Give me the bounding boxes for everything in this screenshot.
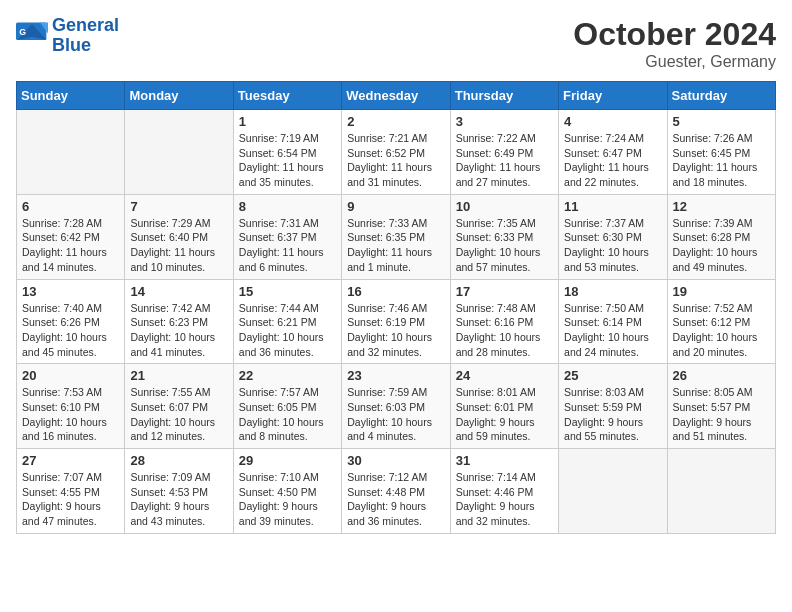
- day-info: Sunrise: 7:28 AM Sunset: 6:42 PM Dayligh…: [22, 216, 119, 275]
- svg-text:G: G: [19, 27, 26, 37]
- calendar-cell: 11Sunrise: 7:37 AM Sunset: 6:30 PM Dayli…: [559, 194, 667, 279]
- day-number: 19: [673, 284, 770, 299]
- calendar-cell: 13Sunrise: 7:40 AM Sunset: 6:26 PM Dayli…: [17, 279, 125, 364]
- day-number: 1: [239, 114, 336, 129]
- calendar-cell: 26Sunrise: 8:05 AM Sunset: 5:57 PM Dayli…: [667, 364, 775, 449]
- day-info: Sunrise: 7:40 AM Sunset: 6:26 PM Dayligh…: [22, 301, 119, 360]
- calendar-cell: 19Sunrise: 7:52 AM Sunset: 6:12 PM Dayli…: [667, 279, 775, 364]
- day-info: Sunrise: 7:26 AM Sunset: 6:45 PM Dayligh…: [673, 131, 770, 190]
- day-info: Sunrise: 7:29 AM Sunset: 6:40 PM Dayligh…: [130, 216, 227, 275]
- day-number: 26: [673, 368, 770, 383]
- logo-text: General Blue: [52, 16, 119, 56]
- day-info: Sunrise: 7:37 AM Sunset: 6:30 PM Dayligh…: [564, 216, 661, 275]
- day-info: Sunrise: 7:10 AM Sunset: 4:50 PM Dayligh…: [239, 470, 336, 529]
- calendar-cell: 18Sunrise: 7:50 AM Sunset: 6:14 PM Dayli…: [559, 279, 667, 364]
- day-number: 7: [130, 199, 227, 214]
- calendar-cell: 10Sunrise: 7:35 AM Sunset: 6:33 PM Dayli…: [450, 194, 558, 279]
- day-number: 24: [456, 368, 553, 383]
- day-number: 13: [22, 284, 119, 299]
- logo: G General Blue: [16, 16, 119, 56]
- calendar-table: SundayMondayTuesdayWednesdayThursdayFrid…: [16, 81, 776, 534]
- calendar-week-row: 27Sunrise: 7:07 AM Sunset: 4:55 PM Dayli…: [17, 449, 776, 534]
- day-number: 5: [673, 114, 770, 129]
- calendar-col-saturday: Saturday: [667, 82, 775, 110]
- calendar-cell: 27Sunrise: 7:07 AM Sunset: 4:55 PM Dayli…: [17, 449, 125, 534]
- location: Guester, Germany: [573, 53, 776, 71]
- calendar-cell: 16Sunrise: 7:46 AM Sunset: 6:19 PM Dayli…: [342, 279, 450, 364]
- calendar-cell: [125, 110, 233, 195]
- calendar-cell: [17, 110, 125, 195]
- calendar-week-row: 13Sunrise: 7:40 AM Sunset: 6:26 PM Dayli…: [17, 279, 776, 364]
- month-year: October 2024: [573, 16, 776, 53]
- day-info: Sunrise: 7:24 AM Sunset: 6:47 PM Dayligh…: [564, 131, 661, 190]
- day-number: 4: [564, 114, 661, 129]
- day-number: 31: [456, 453, 553, 468]
- calendar-cell: 5Sunrise: 7:26 AM Sunset: 6:45 PM Daylig…: [667, 110, 775, 195]
- calendar-cell: 24Sunrise: 8:01 AM Sunset: 6:01 PM Dayli…: [450, 364, 558, 449]
- calendar-cell: 2Sunrise: 7:21 AM Sunset: 6:52 PM Daylig…: [342, 110, 450, 195]
- logo-line2: Blue: [52, 35, 91, 55]
- day-number: 15: [239, 284, 336, 299]
- calendar-cell: 7Sunrise: 7:29 AM Sunset: 6:40 PM Daylig…: [125, 194, 233, 279]
- calendar-col-thursday: Thursday: [450, 82, 558, 110]
- day-number: 28: [130, 453, 227, 468]
- day-number: 14: [130, 284, 227, 299]
- calendar-cell: 15Sunrise: 7:44 AM Sunset: 6:21 PM Dayli…: [233, 279, 341, 364]
- calendar-cell: 21Sunrise: 7:55 AM Sunset: 6:07 PM Dayli…: [125, 364, 233, 449]
- day-info: Sunrise: 7:46 AM Sunset: 6:19 PM Dayligh…: [347, 301, 444, 360]
- day-number: 18: [564, 284, 661, 299]
- day-number: 25: [564, 368, 661, 383]
- calendar-cell: 20Sunrise: 7:53 AM Sunset: 6:10 PM Dayli…: [17, 364, 125, 449]
- day-number: 3: [456, 114, 553, 129]
- calendar-cell: 3Sunrise: 7:22 AM Sunset: 6:49 PM Daylig…: [450, 110, 558, 195]
- day-number: 8: [239, 199, 336, 214]
- calendar-cell: 8Sunrise: 7:31 AM Sunset: 6:37 PM Daylig…: [233, 194, 341, 279]
- day-info: Sunrise: 7:59 AM Sunset: 6:03 PM Dayligh…: [347, 385, 444, 444]
- day-number: 16: [347, 284, 444, 299]
- day-number: 22: [239, 368, 336, 383]
- calendar-week-row: 1Sunrise: 7:19 AM Sunset: 6:54 PM Daylig…: [17, 110, 776, 195]
- day-info: Sunrise: 8:01 AM Sunset: 6:01 PM Dayligh…: [456, 385, 553, 444]
- calendar-cell: 1Sunrise: 7:19 AM Sunset: 6:54 PM Daylig…: [233, 110, 341, 195]
- day-info: Sunrise: 7:55 AM Sunset: 6:07 PM Dayligh…: [130, 385, 227, 444]
- calendar-col-sunday: Sunday: [17, 82, 125, 110]
- day-number: 17: [456, 284, 553, 299]
- day-number: 30: [347, 453, 444, 468]
- title-block: October 2024 Guester, Germany: [573, 16, 776, 71]
- day-info: Sunrise: 7:31 AM Sunset: 6:37 PM Dayligh…: [239, 216, 336, 275]
- calendar-cell: 28Sunrise: 7:09 AM Sunset: 4:53 PM Dayli…: [125, 449, 233, 534]
- calendar-cell: 9Sunrise: 7:33 AM Sunset: 6:35 PM Daylig…: [342, 194, 450, 279]
- calendar-col-tuesday: Tuesday: [233, 82, 341, 110]
- calendar-week-row: 20Sunrise: 7:53 AM Sunset: 6:10 PM Dayli…: [17, 364, 776, 449]
- logo-icon: G: [16, 22, 48, 50]
- day-info: Sunrise: 7:19 AM Sunset: 6:54 PM Dayligh…: [239, 131, 336, 190]
- day-number: 10: [456, 199, 553, 214]
- day-info: Sunrise: 8:03 AM Sunset: 5:59 PM Dayligh…: [564, 385, 661, 444]
- calendar-cell: 23Sunrise: 7:59 AM Sunset: 6:03 PM Dayli…: [342, 364, 450, 449]
- day-info: Sunrise: 7:33 AM Sunset: 6:35 PM Dayligh…: [347, 216, 444, 275]
- calendar-cell: [667, 449, 775, 534]
- day-info: Sunrise: 8:05 AM Sunset: 5:57 PM Dayligh…: [673, 385, 770, 444]
- calendar-cell: 25Sunrise: 8:03 AM Sunset: 5:59 PM Dayli…: [559, 364, 667, 449]
- day-info: Sunrise: 7:07 AM Sunset: 4:55 PM Dayligh…: [22, 470, 119, 529]
- day-number: 2: [347, 114, 444, 129]
- day-info: Sunrise: 7:57 AM Sunset: 6:05 PM Dayligh…: [239, 385, 336, 444]
- day-info: Sunrise: 7:09 AM Sunset: 4:53 PM Dayligh…: [130, 470, 227, 529]
- day-info: Sunrise: 7:12 AM Sunset: 4:48 PM Dayligh…: [347, 470, 444, 529]
- day-info: Sunrise: 7:50 AM Sunset: 6:14 PM Dayligh…: [564, 301, 661, 360]
- day-info: Sunrise: 7:21 AM Sunset: 6:52 PM Dayligh…: [347, 131, 444, 190]
- day-info: Sunrise: 7:44 AM Sunset: 6:21 PM Dayligh…: [239, 301, 336, 360]
- calendar-cell: 12Sunrise: 7:39 AM Sunset: 6:28 PM Dayli…: [667, 194, 775, 279]
- calendar-cell: 29Sunrise: 7:10 AM Sunset: 4:50 PM Dayli…: [233, 449, 341, 534]
- day-number: 11: [564, 199, 661, 214]
- calendar-cell: 14Sunrise: 7:42 AM Sunset: 6:23 PM Dayli…: [125, 279, 233, 364]
- day-info: Sunrise: 7:39 AM Sunset: 6:28 PM Dayligh…: [673, 216, 770, 275]
- calendar-col-friday: Friday: [559, 82, 667, 110]
- page-header: G General Blue October 2024 Guester, Ger…: [16, 16, 776, 71]
- calendar-cell: 31Sunrise: 7:14 AM Sunset: 4:46 PM Dayli…: [450, 449, 558, 534]
- day-number: 20: [22, 368, 119, 383]
- day-info: Sunrise: 7:42 AM Sunset: 6:23 PM Dayligh…: [130, 301, 227, 360]
- calendar-cell: [559, 449, 667, 534]
- day-info: Sunrise: 7:48 AM Sunset: 6:16 PM Dayligh…: [456, 301, 553, 360]
- calendar-col-wednesday: Wednesday: [342, 82, 450, 110]
